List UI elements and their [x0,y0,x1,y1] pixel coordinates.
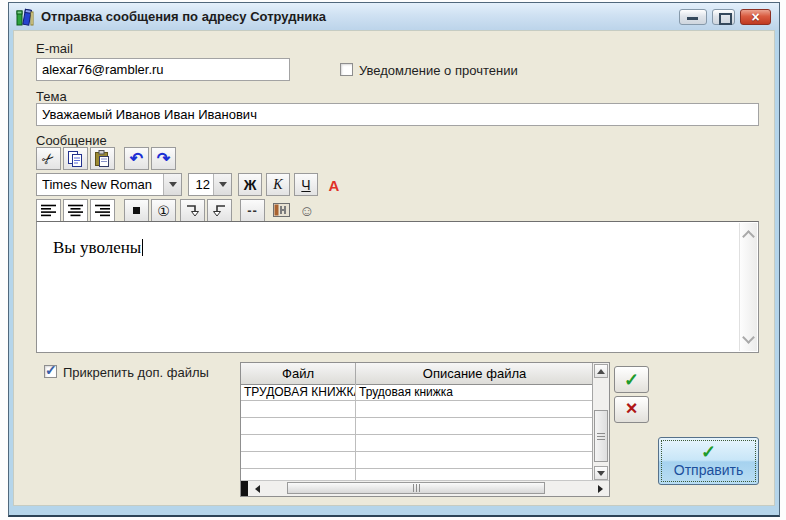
books-icon [16,8,36,26]
scroll-right-button[interactable] [596,484,605,493]
grip-line [597,436,605,437]
undo-button[interactable]: ↶ [124,147,149,170]
window-title: Отправка сообщения по адресу Сотрудника [41,9,326,24]
cell-empty[interactable] [241,401,356,417]
message-editor[interactable]: Вы уволены [36,221,759,353]
font-color-button[interactable]: A [326,176,342,194]
align-right-button[interactable] [90,199,115,222]
grip-line [419,484,420,492]
triangle-left-icon [255,485,260,493]
dash-icon: -- [247,203,258,218]
cell-empty[interactable] [356,435,593,451]
minimize-icon [687,17,698,20]
cell-description[interactable]: Трудовая книжка [356,384,593,400]
close-button[interactable]: × [740,9,771,25]
table-header-row: Файл Описание файла [241,363,593,385]
maximize-icon [719,13,732,25]
cut-icon: ✂ [38,148,59,170]
smiley-icon: ☺ [299,202,314,219]
align-center-icon [68,204,83,217]
delete-attachment-button[interactable]: × [614,396,649,423]
paste-button[interactable] [90,147,115,170]
scroll-left-button[interactable] [253,484,262,493]
italic-button[interactable]: К [266,173,290,196]
cell-empty[interactable] [241,418,356,434]
attach-files-checkbox[interactable]: ✓ [44,365,57,378]
table-vertical-scrollbar[interactable] [592,363,609,481]
scrollbar-thumb[interactable] [287,482,545,494]
cell-empty[interactable] [356,401,593,417]
underline-button[interactable]: Ч [294,173,318,196]
align-right-icon [95,204,110,217]
cell-empty[interactable] [241,435,356,451]
read-receipt-label: Уведомление о прочтении [359,63,518,78]
message-label: Сообщение [36,133,107,148]
scroll-down-button[interactable] [594,466,608,480]
editor-scrollbar[interactable] [739,223,757,351]
indent-button[interactable] [180,199,205,222]
table-empty-row[interactable] [241,401,593,418]
table-grid: ТРУДОВАЯ КНИЖКА Трудовая книжка [241,384,593,481]
text-caret [142,239,143,256]
table-empty-row[interactable] [241,435,593,452]
font-family-value: Times New Roman [42,177,162,192]
scrollbar-thumb[interactable] [594,410,608,462]
send-button[interactable]: ✓ Отправить [658,437,759,485]
dialog-window: Отправка сообщения по адресу Сотрудника … [8,2,780,517]
triangle-right-icon [598,485,603,493]
subject-label: Тема [36,89,67,104]
font-family-dropdown-arrow[interactable] [163,174,181,195]
table-horizontal-scrollbar[interactable] [241,480,609,496]
align-center-button[interactable] [63,199,88,222]
font-family-select[interactable]: Times New Roman [36,173,182,196]
scroll-up-icon [742,230,755,243]
table-row[interactable]: ТРУДОВАЯ КНИЖКА Трудовая книжка [241,384,593,401]
align-left-icon [41,204,56,217]
scroll-down-icon [742,331,755,344]
cell-empty[interactable] [241,452,356,468]
bullet-list-button[interactable] [124,199,149,222]
table-empty-row[interactable] [241,418,593,435]
cell-empty[interactable] [356,418,593,434]
checkmark-icon: ✓ [45,362,57,378]
table-empty-row[interactable] [241,452,593,469]
outdent-button[interactable] [207,199,232,222]
font-color-icon: A [329,177,340,194]
add-attachment-button[interactable]: ✓ [614,366,649,393]
cell-file[interactable]: ТРУДОВАЯ КНИЖКА [241,384,356,400]
indent-cursor-icon [185,204,200,218]
undo-icon: ↶ [130,151,143,167]
column-header-file[interactable]: Файл [241,363,356,384]
font-size-select[interactable]: 12 [188,173,232,196]
subject-input[interactable] [36,103,759,126]
outdent-cursor-icon [212,204,227,218]
grip-line [416,484,417,492]
redo-button[interactable]: ↷ [151,147,176,170]
redo-icon: ↷ [157,151,170,167]
dash-button[interactable]: -- [240,199,265,222]
column-header-description[interactable]: Описание файла [356,363,593,384]
bold-button[interactable]: Ж [238,173,262,196]
read-receipt-checkbox[interactable] [340,63,353,76]
font-size-dropdown-arrow[interactable] [213,174,231,195]
font-size-value: 12 [194,177,210,192]
bold-icon: Ж [244,177,257,193]
cut-button[interactable]: ✂ [36,147,61,170]
insert-image-button[interactable] [272,202,290,218]
numbered-list-icon: ① [157,203,170,219]
copy-button[interactable] [63,147,88,170]
cross-icon: × [626,398,638,418]
grip-line [597,439,605,440]
smiley-button[interactable]: ☺ [298,201,316,219]
titlebar[interactable]: Отправка сообщения по адресу Сотрудника … [9,3,779,30]
copy-icon [67,150,84,167]
align-left-button[interactable] [36,199,61,222]
email-input[interactable] [36,58,290,81]
maximize-button[interactable] [712,9,735,25]
email-label: E-mail [36,41,73,56]
numbered-list-button[interactable]: ① [151,199,176,222]
minimize-button[interactable] [679,9,707,25]
cell-empty[interactable] [356,452,593,468]
attach-files-label: Прикрепить доп. файлы [63,365,209,380]
scroll-up-button[interactable] [594,364,608,378]
